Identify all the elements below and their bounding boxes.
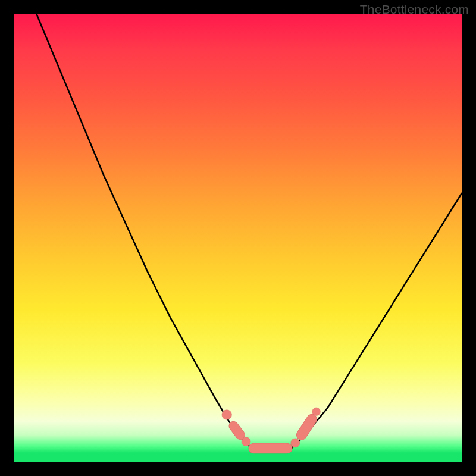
curve-markers	[222, 408, 320, 448]
marker-dot	[291, 439, 300, 447]
outer-frame: TheBottleneck.com	[0, 0, 476, 476]
curve-path	[37, 14, 462, 450]
chart-svg	[14, 14, 462, 462]
marker-segment	[233, 426, 240, 435]
bottleneck-curve	[37, 14, 462, 450]
watermark-text: TheBottleneck.com	[360, 2, 469, 17]
plot-area	[14, 14, 462, 462]
marker-dot	[222, 410, 232, 420]
marker-segment	[302, 419, 312, 435]
marker-dot	[312, 408, 321, 416]
marker-dot	[242, 437, 250, 446]
